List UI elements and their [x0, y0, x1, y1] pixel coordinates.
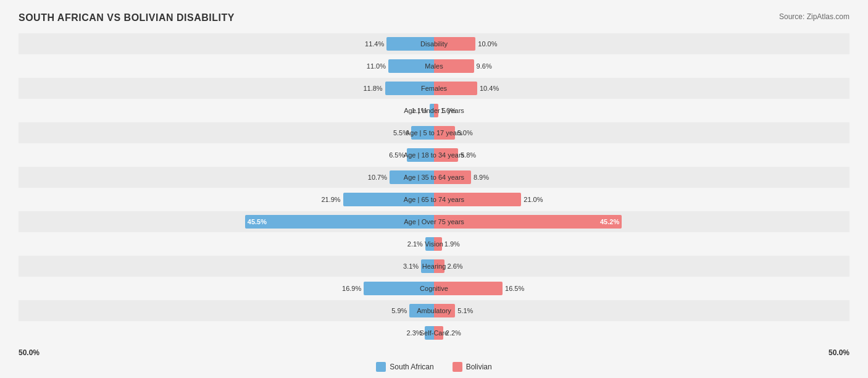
bar-wrapper: 2.1% Vision 1.9%: [19, 233, 849, 254]
right-side: 10.4%: [434, 78, 849, 99]
bar-row: 11.8% Females 10.4%: [19, 78, 849, 99]
value-right-overflow: 45.2%: [600, 218, 619, 225]
bar-blue: [407, 148, 434, 162]
left-side: 2.1%: [19, 233, 434, 254]
axis-row: 50.0% 50.0%: [19, 348, 849, 357]
left-side: 21.9%: [19, 189, 434, 210]
bar-wrapper: 21.9% Age | 65 to 74 years 21.0%: [19, 189, 849, 210]
value-right: 2.2%: [443, 329, 461, 337]
bar-blue: [388, 59, 434, 73]
bar-wrapper: 6.5% Age | 18 to 34 years 5.8%: [19, 145, 849, 166]
bar-pink: [434, 304, 455, 317]
left-side: 1.1%: [19, 100, 434, 121]
bar-blue: [343, 193, 434, 206]
bar-row: 5.9% Ambulatory 5.1%: [19, 300, 849, 321]
right-side: 10.0%: [434, 33, 849, 54]
legend-south-african: South African: [376, 362, 433, 372]
value-right: 5.1%: [455, 307, 473, 314]
right-side: 16.5%: [434, 278, 849, 299]
left-side: 16.9%: [19, 278, 434, 299]
bar-wrapper: 11.0% Males 9.6%: [19, 56, 849, 77]
bar-pink: [434, 259, 444, 273]
bar-blue: [411, 126, 434, 140]
right-side: 2.2%: [434, 322, 849, 343]
bar-pink: [434, 282, 503, 295]
bar-blue: [430, 104, 434, 117]
left-side: 11.0%: [19, 56, 434, 77]
value-left: 1.1%: [412, 107, 430, 114]
bar-wrapper: 1.1% Age | Under 5 years 1.0%: [19, 100, 849, 121]
bar-pink: [434, 37, 475, 51]
bar-pink: [434, 82, 477, 95]
bar-blue: [421, 259, 434, 273]
bar-row: 21.9% Age | 65 to 74 years 21.0%: [19, 189, 849, 210]
value-left-overflow: 45.5%: [248, 218, 267, 225]
bar-wrapper: 10.7% Age | 35 to 64 years 8.9%: [19, 167, 849, 188]
legend-south-african-label: South African: [390, 363, 433, 371]
bar-wrapper: 5.9% Ambulatory 5.1%: [19, 300, 849, 321]
bar-pink: [434, 170, 471, 184]
bar-blue: [409, 304, 434, 317]
bar-pink: [434, 104, 438, 117]
legend-bolivian-label: Bolivian: [466, 363, 492, 371]
value-left: 11.0%: [367, 62, 388, 70]
right-side: 2.6%: [434, 256, 849, 277]
legend-south-african-color: [376, 362, 386, 372]
bar-row: 11.4% Disability 10.0%: [19, 33, 849, 54]
value-left: 11.8%: [363, 85, 385, 92]
value-left: 11.4%: [365, 40, 386, 48]
bar-row: 2.1% Vision 1.9%: [19, 233, 849, 254]
right-side: 9.6%: [434, 56, 849, 77]
right-side: 5.8%: [434, 145, 849, 166]
value-left: 16.9%: [342, 285, 364, 292]
value-right: 10.0%: [475, 40, 497, 48]
axis-right: 50.0%: [828, 348, 849, 357]
value-left: 3.1%: [403, 262, 421, 270]
value-right: 1.9%: [442, 240, 460, 248]
bar-blue: [385, 82, 434, 95]
value-right: 1.0%: [438, 107, 456, 114]
right-side: 1.0%: [434, 100, 849, 121]
bar-wrapper: 45.5% Age | Over 75 years 45.2%: [19, 211, 849, 232]
bar-pink: [434, 326, 443, 340]
right-side: 1.9%: [434, 233, 849, 254]
right-side: 45.2%: [434, 211, 849, 232]
left-side: 11.4%: [19, 33, 434, 54]
value-right: 10.4%: [477, 85, 499, 92]
bar-row: 1.1% Age | Under 5 years 1.0%: [19, 100, 849, 121]
right-side: 5.0%: [434, 122, 849, 143]
right-side: 5.1%: [434, 300, 849, 321]
bar-blue: [364, 282, 434, 295]
chart-title: SOUTH AFRICAN VS BOLIVIAN DISABILITY: [19, 12, 235, 23]
value-right: 5.8%: [458, 151, 476, 159]
value-left: 5.9%: [391, 307, 409, 314]
value-left: 10.7%: [368, 174, 390, 181]
bar-row: 6.5% Age | 18 to 34 years 5.8%: [19, 145, 849, 166]
value-right: 16.5%: [503, 285, 524, 292]
bar-pink: [434, 126, 455, 140]
value-left: 6.5%: [389, 151, 407, 159]
bar-wrapper: 5.5% Age | 5 to 17 years 5.0%: [19, 122, 849, 143]
value-left: 2.3%: [406, 329, 424, 337]
bar-wrapper: 16.9% Cognitive 16.5%: [19, 278, 849, 299]
bar-row: 45.5% Age | Over 75 years 45.2%: [19, 211, 849, 232]
chart-header: SOUTH AFRICAN VS BOLIVIAN DISABILITY Sou…: [19, 12, 849, 23]
left-side: 3.1%: [19, 256, 434, 277]
bar-wrapper: 11.8% Females 10.4%: [19, 78, 849, 99]
value-right: 5.0%: [455, 129, 473, 136]
bar-blue: [425, 326, 434, 340]
left-side: 2.3%: [19, 322, 434, 343]
value-right: 8.9%: [471, 174, 489, 181]
chart-container: SOUTH AFRICAN VS BOLIVIAN DISABILITY Sou…: [0, 0, 868, 378]
left-side: 5.5%: [19, 122, 434, 143]
bar-pink: [434, 148, 458, 162]
bar-row: 2.3% Self-Care 2.2%: [19, 322, 849, 343]
bar-blue: [425, 237, 434, 251]
bar-wrapper: 11.4% Disability 10.0%: [19, 33, 849, 54]
left-side: 10.7%: [19, 167, 434, 188]
chart-source: Source: ZipAtlas.com: [779, 12, 849, 21]
legend-bolivian: Bolivian: [453, 362, 492, 372]
bar-wrapper: 2.3% Self-Care 2.2%: [19, 322, 849, 343]
right-side: 8.9%: [434, 167, 849, 188]
bar-pink: [434, 193, 521, 206]
